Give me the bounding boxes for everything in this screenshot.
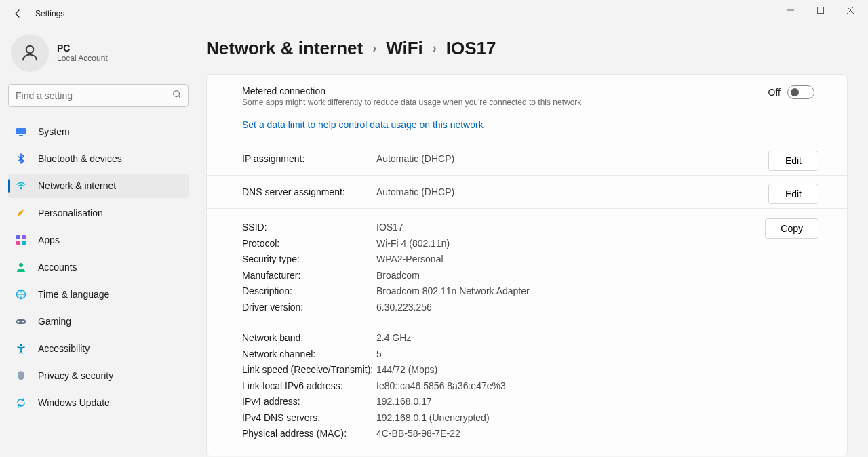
svg-rect-13 (22, 241, 26, 245)
protocol-value: Wi-Fi 4 (802.11n) (376, 236, 450, 252)
sidebar-item-bluetooth[interactable]: Bluetooth & devices (8, 146, 189, 171)
sidebar-item-label: System (38, 126, 70, 137)
speed-value: 144/72 (Mbps) (376, 362, 437, 378)
ipv6-value: fe80::ca46:5856:8a36:e47e%3 (376, 378, 506, 395)
dns-assignment-value: Automatic (DHCP) (376, 186, 814, 197)
driver-value: 6.30.223.256 (376, 300, 432, 316)
svg-line-6 (179, 96, 181, 98)
sidebar-item-update[interactable]: Windows Update (8, 391, 189, 415)
brush-icon (15, 207, 27, 219)
metered-title: Metered connection (242, 85, 581, 96)
ipv6-label: Link-local IPv6 address: (242, 378, 376, 395)
svg-point-14 (19, 263, 23, 267)
sidebar-item-privacy[interactable]: Privacy & security (8, 363, 189, 388)
metered-subtitle: Some apps might work differently to redu… (242, 98, 581, 107)
ssid-label: SSID: (242, 220, 376, 236)
sidebar-item-label: Bluetooth & devices (38, 153, 122, 164)
sidebar-item-label: Accessibility (38, 343, 90, 354)
svg-rect-11 (22, 235, 26, 239)
mac-label: Physical address (MAC): (242, 426, 376, 442)
ssid-value: IOS17 (376, 220, 403, 236)
svg-point-18 (20, 344, 22, 346)
description-label: Description: (242, 283, 376, 300)
band-value: 2.4 GHz (376, 330, 411, 346)
shield-icon (15, 370, 27, 382)
manufacturer-value: Broadcom (376, 268, 420, 284)
security-value: WPA2-Personal (376, 252, 443, 268)
avatar (11, 34, 49, 72)
maximize-icon (817, 7, 824, 14)
svg-rect-10 (16, 235, 20, 239)
sidebar-item-accessibility[interactable]: Accessibility (8, 336, 189, 361)
manufacturer-label: Manufacturer: (242, 268, 376, 284)
back-button[interactable] (5, 1, 30, 26)
dns-edit-button[interactable]: Edit (768, 184, 818, 204)
dns4-value: 192.168.0.1 (Unencrypted) (376, 410, 490, 426)
update-icon (15, 397, 27, 409)
sidebar-item-apps[interactable]: Apps (8, 228, 189, 252)
breadcrumb: Network & internet › WiFi › IOS17 (206, 38, 848, 59)
band-label: Network band: (242, 330, 376, 346)
search-icon (172, 90, 182, 102)
user-block[interactable]: PC Local Account (8, 34, 189, 84)
speed-label: Link speed (Receive/Transmit): (242, 362, 376, 378)
globe-icon (15, 288, 27, 300)
sidebar-item-label: Network & internet (38, 180, 116, 191)
sidebar-item-label: Privacy & security (38, 370, 113, 381)
sidebar-item-label: Personalisation (38, 207, 103, 218)
maximize-button[interactable] (806, 0, 835, 20)
copy-button[interactable]: Copy (765, 218, 818, 239)
ipv4-label: IPv4 address: (242, 394, 376, 410)
channel-value: 5 (376, 346, 382, 363)
breadcrumb-root[interactable]: Network & internet (206, 38, 363, 59)
sidebar-item-label: Apps (38, 235, 60, 245)
ip-edit-button[interactable]: Edit (768, 151, 818, 171)
svg-point-5 (174, 91, 180, 97)
minimize-button[interactable] (776, 0, 806, 20)
chevron-right-icon: › (372, 41, 376, 56)
breadcrumb-current: IOS17 (446, 38, 496, 59)
system-icon (15, 125, 27, 138)
user-name: PC (57, 43, 108, 54)
driver-label: Driver version: (242, 300, 376, 316)
svg-point-4 (26, 46, 34, 54)
minimize-icon (787, 7, 794, 14)
sidebar-item-gaming[interactable]: Gaming (8, 309, 189, 334)
protocol-label: Protocol: (242, 236, 376, 252)
sidebar-item-accounts[interactable]: Accounts (8, 255, 189, 279)
sidebar-item-system[interactable]: System (8, 119, 189, 144)
ip-assignment-value: Automatic (DHCP) (376, 153, 814, 164)
metered-toggle[interactable] (787, 85, 814, 99)
svg-point-9 (20, 188, 22, 190)
svg-rect-7 (16, 128, 26, 134)
sidebar-item-label: Windows Update (38, 397, 110, 408)
window-title: Settings (35, 9, 64, 18)
dns4-label: IPv4 DNS servers: (242, 410, 376, 426)
ip-assignment-label: IP assignment: (242, 153, 376, 164)
svg-rect-1 (818, 7, 824, 14)
breadcrumb-wifi[interactable]: WiFi (386, 38, 423, 59)
svg-rect-8 (19, 135, 23, 136)
user-account: Local Account (57, 54, 108, 63)
data-limit-link[interactable]: Set a data limit to help control data us… (242, 119, 484, 130)
description-value: Broadcom 802.11n Network Adapter (376, 283, 530, 300)
svg-rect-12 (16, 241, 20, 245)
svg-point-17 (22, 321, 24, 323)
dns-assignment-label: DNS server assignment: (242, 186, 376, 197)
apps-icon (15, 234, 27, 246)
bluetooth-icon (15, 153, 27, 165)
accessibility-icon (15, 342, 27, 355)
sidebar-item-network[interactable]: Network & internet (8, 174, 189, 198)
sidebar-item-time[interactable]: Time & language (8, 282, 189, 306)
toggle-label: Off (768, 87, 781, 98)
accounts-icon (15, 261, 27, 273)
sidebar-item-label: Gaming (38, 316, 71, 327)
person-icon (20, 43, 40, 63)
close-button[interactable] (835, 0, 865, 20)
security-label: Security type: (242, 252, 376, 268)
sidebar-item-personalisation[interactable]: Personalisation (8, 201, 189, 225)
ipv4-value: 192.168.0.17 (376, 394, 432, 410)
mac-value: 4C-BB-58-98-7E-22 (376, 426, 460, 442)
search-input[interactable] (8, 84, 189, 107)
sidebar-item-label: Time & language (38, 289, 109, 300)
